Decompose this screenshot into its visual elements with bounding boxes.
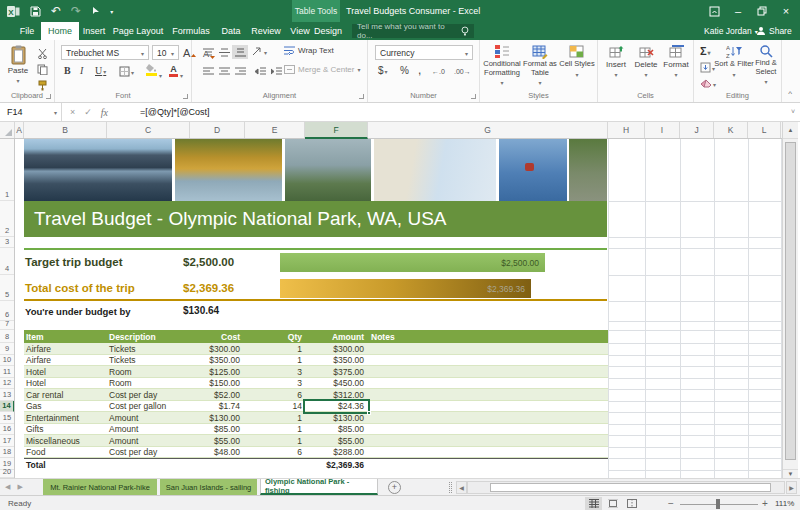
font-color-dropdown-icon[interactable] xyxy=(180,70,183,80)
row-header-8[interactable]: 8 xyxy=(0,330,14,343)
header-qty[interactable]: Qty xyxy=(245,332,305,342)
fill-handle[interactable] xyxy=(367,411,371,415)
tab-formulas[interactable]: Formulas xyxy=(167,22,215,40)
header-notes[interactable]: Notes xyxy=(368,332,608,342)
restore-icon[interactable] xyxy=(750,0,774,22)
touch-mouse-mode-icon[interactable] xyxy=(91,6,100,17)
cut-button[interactable] xyxy=(34,46,50,60)
customize-qat-dropdown-icon[interactable] xyxy=(110,8,113,15)
format-as-table-button[interactable]: Format as Table xyxy=(521,44,559,87)
total-cost-label[interactable]: Total cost of the trip xyxy=(25,282,135,294)
insert-function-icon[interactable]: fx xyxy=(101,107,108,118)
number-dialog-launcher-icon[interactable] xyxy=(471,94,476,99)
photo-lake-mountain-reflection[interactable] xyxy=(24,139,172,201)
ribbon-display-options-icon[interactable] xyxy=(702,0,726,22)
horizontal-scrollbar[interactable] xyxy=(467,481,785,494)
minimize-icon[interactable]: – xyxy=(726,0,750,22)
font-name-combo[interactable]: Trebuchet MS xyxy=(61,45,149,60)
sheet-tab-olympic-active[interactable]: Olympic National Park - fishing xyxy=(260,479,378,495)
tab-review[interactable]: Review xyxy=(247,22,285,40)
column-header-l[interactable]: L xyxy=(748,122,781,138)
row-header-20[interactable]: 20 xyxy=(0,470,14,478)
selected-cell-f14[interactable] xyxy=(303,399,370,414)
save-icon[interactable] xyxy=(30,6,41,17)
collapse-ribbon-icon[interactable]: ^ xyxy=(788,89,792,98)
select-all-corner[interactable] xyxy=(0,122,15,138)
column-header-b[interactable]: B xyxy=(24,122,107,138)
header-description[interactable]: Description xyxy=(107,332,190,342)
header-item[interactable]: Item xyxy=(24,332,107,342)
name-box[interactable]: F14 xyxy=(0,103,62,121)
column-header-c[interactable]: C xyxy=(107,122,190,138)
next-sheet-icon[interactable]: ▶ xyxy=(17,483,22,491)
tab-home[interactable]: Home xyxy=(41,22,79,40)
photo-heron-on-shore[interactable] xyxy=(285,139,371,201)
photo-fisherman-blue-water[interactable] xyxy=(499,139,567,201)
font-color-button[interactable]: A xyxy=(169,64,178,77)
percent-style-button[interactable]: % xyxy=(400,65,409,76)
bottom-align-button[interactable] xyxy=(232,45,248,59)
undo-icon[interactable]: ↶ xyxy=(51,5,61,17)
tab-page-layout[interactable]: Page Layout xyxy=(109,22,167,40)
align-right-button[interactable] xyxy=(232,64,248,78)
account-menu[interactable]: Katie Jordan xyxy=(704,22,758,40)
column-header-f-selected[interactable]: F xyxy=(305,122,368,139)
conditional-formatting-button[interactable]: Conditional Formatting xyxy=(482,44,522,87)
middle-align-button[interactable] xyxy=(216,45,232,59)
bold-button[interactable]: B xyxy=(64,65,71,76)
row-header-16[interactable]: 16 xyxy=(0,424,14,435)
row-header-17[interactable]: 17 xyxy=(0,435,14,447)
zoom-level[interactable]: 111% xyxy=(775,499,794,508)
copy-button[interactable] xyxy=(34,62,50,76)
decrease-indent-button[interactable] xyxy=(252,64,268,78)
vertical-scrollbar-thumb[interactable] xyxy=(785,142,796,460)
increase-decimal-button[interactable]: ←.0 xyxy=(432,67,446,75)
target-budget-bar[interactable]: $2,500.00 xyxy=(280,253,545,272)
row-header-2[interactable]: 2 xyxy=(0,201,14,237)
vertical-scrollbar[interactable]: ▲ ▼ xyxy=(782,122,798,478)
column-header-a[interactable]: A xyxy=(15,122,24,138)
enter-icon[interactable]: ✓ xyxy=(84,107,92,117)
header-amount[interactable]: Amount xyxy=(305,332,368,342)
format-cells-button[interactable]: Format xyxy=(662,45,690,79)
insert-cells-button[interactable]: Insert xyxy=(602,45,630,79)
column-header-h[interactable]: H xyxy=(608,122,645,138)
zoom-out-icon[interactable]: − xyxy=(668,498,674,509)
find-select-button[interactable]: Find & Select xyxy=(750,44,782,86)
increase-indent-button[interactable] xyxy=(268,64,284,78)
total-label[interactable]: Total xyxy=(24,460,107,470)
row-header-5[interactable]: 5 xyxy=(0,275,14,301)
horizontal-scrollbar-thumb[interactable] xyxy=(490,483,771,492)
normal-view-icon[interactable] xyxy=(585,497,602,510)
clipboard-dialog-launcher-icon[interactable] xyxy=(46,94,51,99)
column-header-j[interactable]: J xyxy=(680,122,714,138)
format-painter-button[interactable] xyxy=(34,78,50,92)
row-header-13[interactable]: 13 xyxy=(0,389,14,401)
expand-formula-bar-icon[interactable]: ˅ xyxy=(791,108,795,115)
alignment-dialog-launcher-icon[interactable] xyxy=(359,94,364,99)
merge-center-button[interactable]: Merge & Center xyxy=(284,65,360,74)
scroll-down-icon[interactable]: ▼ xyxy=(783,469,798,478)
clear-button[interactable] xyxy=(700,78,716,89)
under-budget-value[interactable]: $130.64 xyxy=(183,305,219,316)
row-header-9[interactable]: 9 xyxy=(0,343,14,355)
target-budget-value[interactable]: $2,500.00 xyxy=(183,256,234,268)
hscroll-left-icon[interactable]: ◀ xyxy=(456,481,467,494)
row-header-1[interactable]: 1 xyxy=(0,139,14,201)
column-header-g[interactable]: G xyxy=(368,122,608,138)
page-layout-view-icon[interactable] xyxy=(604,497,621,510)
photo-olympic-peninsula-map[interactable] xyxy=(374,139,496,201)
target-budget-label[interactable]: Target trip budget xyxy=(25,256,123,268)
font-size-combo[interactable]: 10 xyxy=(152,45,179,60)
close-icon[interactable]: × xyxy=(774,0,798,22)
zoom-in-icon[interactable]: + xyxy=(762,498,768,509)
total-amount[interactable]: $2,369.36 xyxy=(305,460,368,470)
top-align-button[interactable] xyxy=(200,45,216,59)
sheet-tab-mt-rainier[interactable]: Mt. Rainier National Park-hike xyxy=(43,479,158,495)
autosum-button[interactable]: Σ xyxy=(700,45,711,57)
photo-fly-fishing-autumn-river[interactable] xyxy=(175,139,282,201)
cell-styles-button[interactable]: Cell Styles xyxy=(559,44,595,79)
tab-data[interactable]: Data xyxy=(215,22,247,40)
delete-cells-button[interactable]: Delete xyxy=(632,45,660,79)
number-format-combo[interactable]: Currency xyxy=(375,45,473,60)
